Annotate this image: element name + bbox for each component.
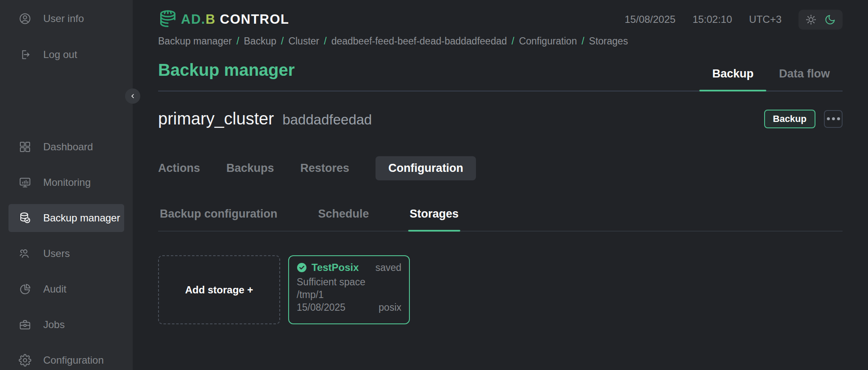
sidebar-item-label: User info <box>43 13 84 25</box>
brand-name: AD.BCONTROL <box>181 12 289 27</box>
storage-card-header: TestPosix saved <box>297 262 401 273</box>
breadcrumb-item[interactable]: Storages <box>589 36 628 47</box>
brand-name-rest: CONTROL <box>220 12 289 27</box>
cluster-identity: primary_cluster baddadfeedad <box>158 109 372 128</box>
storage-card-testposix[interactable]: TestPosix saved Sufficient space /tmp/1 … <box>288 255 410 324</box>
tab-restores[interactable]: Restores <box>300 162 350 175</box>
sidebar-item-label: Dashboard <box>43 141 93 153</box>
cluster-section-tabs: Actions Backups Restores Configuration <box>158 156 843 180</box>
cluster-name: primary_cluster <box>158 109 274 128</box>
brand-name-secondary: B <box>206 12 216 27</box>
cluster-actions: Backup <box>764 110 843 128</box>
briefcase-icon <box>19 318 31 331</box>
dashboard-icon <box>19 141 31 153</box>
theme-toggle <box>798 10 843 30</box>
current-date: 15/08/2025 <box>625 14 676 25</box>
tab-backup[interactable]: Backup <box>699 67 766 91</box>
sidebar-item-audit[interactable]: Audit <box>8 275 124 303</box>
more-options-icon <box>832 117 835 120</box>
breadcrumb-item[interactable]: Cluster <box>288 36 319 47</box>
breadcrumb-item[interactable]: Backup manager <box>158 36 232 47</box>
page-tabs: Backup Data flow <box>699 67 843 91</box>
sidebar-item-label: Backup manager <box>43 212 120 224</box>
storage-date: 15/08/2025 <box>297 301 345 314</box>
brand-logo: AD.BCONTROL <box>158 9 289 30</box>
dark-theme-moon-icon[interactable] <box>824 14 836 25</box>
more-options-icon <box>837 117 840 120</box>
main-content: AD.BCONTROL 15/08/2025 15:02:10 UTC+3 <box>133 0 868 370</box>
storage-space-info: Sufficient space <box>297 276 401 288</box>
sidebar-account-group: User info Log out <box>0 6 133 78</box>
app-root: User info Log out Dashboard <box>0 0 868 370</box>
cluster-id: baddadfeedad <box>282 112 372 128</box>
breadcrumb-item[interactable]: Configuration <box>519 36 577 47</box>
monitoring-icon <box>19 176 31 189</box>
sidebar-item-label: Monitoring <box>43 177 91 188</box>
storage-name: TestPosix <box>312 262 359 273</box>
configuration-sub-tabs: Backup configuration Schedule Storages <box>158 207 843 232</box>
sidebar-item-backup-manager[interactable]: Backup manager <box>8 204 124 232</box>
more-options-button[interactable] <box>824 110 843 128</box>
breadcrumb: Backup manager / Backup / Cluster / dead… <box>158 36 843 47</box>
breadcrumb-separator: / <box>581 36 584 47</box>
sidebar-item-label: Configuration <box>43 354 104 366</box>
storage-path: /tmp/1 <box>297 288 401 301</box>
page-title-row: Backup manager Backup Data flow <box>158 61 843 91</box>
tab-backup-configuration[interactable]: Backup configuration <box>158 207 279 231</box>
sidebar-item-monitoring[interactable]: Monitoring <box>8 168 124 196</box>
more-options-icon <box>827 117 830 120</box>
page-title: Backup manager <box>158 61 295 91</box>
sidebar-item-configuration[interactable]: Configuration <box>8 346 124 370</box>
sidebar-menu: Dashboard Monitoring <box>0 133 133 370</box>
brand-name-primary: AD. <box>181 12 206 27</box>
light-theme-sun-icon[interactable] <box>805 14 817 25</box>
current-time: 15:02:10 <box>693 14 732 25</box>
sidebar-item-label: Jobs <box>43 319 65 331</box>
sidebar-item-user-info[interactable]: User info <box>8 6 124 31</box>
breadcrumb-item[interactable]: deadbeef-feed-beef-dead-baddadfeedad <box>331 36 507 47</box>
breadcrumb-separator: / <box>281 36 284 47</box>
sidebar-item-log-out[interactable]: Log out <box>8 42 124 67</box>
storage-cards-row: Add storage + TestPosix saved Sufficient… <box>158 255 843 324</box>
sidebar-item-label: Audit <box>43 283 67 295</box>
backup-database-icon <box>19 212 31 224</box>
tab-configuration[interactable]: Configuration <box>376 156 476 180</box>
tab-storages[interactable]: Storages <box>408 207 461 231</box>
storage-card-footer: 15/08/2025 posix <box>297 301 401 314</box>
pie-chart-icon <box>19 283 31 295</box>
logout-icon <box>19 48 31 61</box>
breadcrumb-separator: / <box>236 36 239 47</box>
tab-data-flow[interactable]: Data flow <box>766 67 843 91</box>
sidebar-item-users[interactable]: Users <box>8 240 124 268</box>
sidebar-item-label: Log out <box>43 49 77 61</box>
tab-actions[interactable]: Actions <box>158 162 200 175</box>
database-logo-icon <box>158 9 178 30</box>
timezone: UTC+3 <box>749 14 782 25</box>
breadcrumb-separator: / <box>512 36 514 47</box>
gear-icon <box>19 354 31 367</box>
chevron-left-icon <box>129 93 136 99</box>
storage-type: posix <box>378 301 401 314</box>
check-circle-icon <box>297 262 307 273</box>
sidebar-collapse-button[interactable] <box>125 88 140 104</box>
breadcrumb-item[interactable]: Backup <box>244 36 276 47</box>
breadcrumb-separator: / <box>324 36 326 47</box>
cluster-header-row: primary_cluster baddadfeedad Backup <box>158 109 843 128</box>
add-storage-button[interactable]: Add storage + <box>158 255 280 324</box>
users-icon <box>19 247 31 260</box>
sidebar-item-dashboard[interactable]: Dashboard <box>8 133 124 161</box>
sidebar: User info Log out Dashboard <box>0 0 133 370</box>
top-right-group: 15/08/2025 15:02:10 UTC+3 <box>625 10 843 30</box>
user-icon <box>19 12 31 25</box>
tab-backups[interactable]: Backups <box>226 162 274 175</box>
tab-schedule[interactable]: Schedule <box>317 207 371 231</box>
top-bar: AD.BCONTROL 15/08/2025 15:02:10 UTC+3 <box>158 0 843 31</box>
storage-status-badge: saved <box>376 262 401 273</box>
backup-button[interactable]: Backup <box>764 110 815 128</box>
sidebar-item-jobs[interactable]: Jobs <box>8 311 124 339</box>
sidebar-item-label: Users <box>43 248 70 260</box>
add-storage-label: Add storage + <box>185 284 253 296</box>
